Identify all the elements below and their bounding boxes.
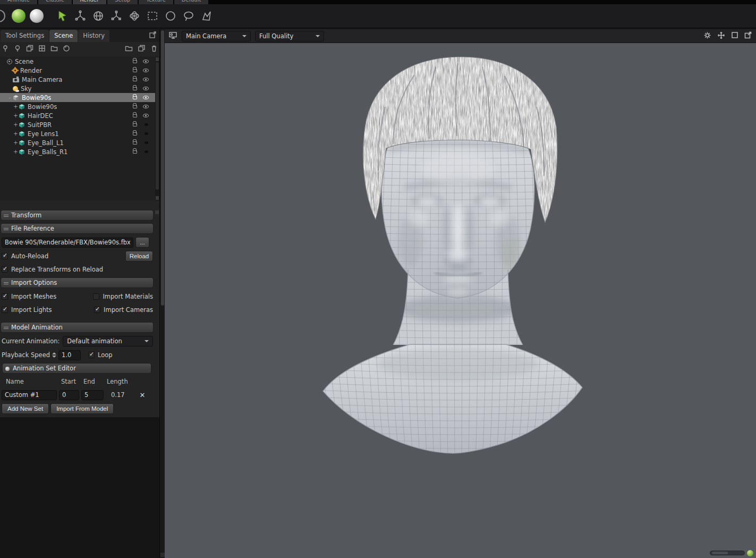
layout-tab[interactable]: Setup [107,0,138,4]
tree-item-bowie90s-selected[interactable]: - Bowie90s [0,93,155,102]
reload-button[interactable]: Reload [125,251,153,261]
expander[interactable]: - [7,95,13,100]
tree-item-eye-balls-r1[interactable]: + Eye_Balls_R1 [0,147,155,156]
tree-item-main-camera[interactable]: Main Camera [0,75,155,84]
tab-history[interactable]: History [78,30,109,42]
import-from-model-button[interactable]: Import From Model [50,403,114,414]
popout-icon[interactable] [744,31,752,40]
maximize-icon[interactable] [731,31,738,40]
duplicate-icon[interactable] [138,45,146,54]
new-folder-icon[interactable] [125,45,133,54]
tab-scene[interactable]: Scene [49,30,78,42]
set-start-input[interactable] [59,390,79,400]
cloth-icon[interactable] [38,45,46,54]
camera-dropdown[interactable]: Main Camera [182,31,251,41]
hidden-dot-icon[interactable] [145,123,148,126]
auto-reload-checkbox[interactable] [2,253,8,259]
layers-icon[interactable] [26,45,33,54]
viewport-corner-green-dot[interactable] [747,550,753,556]
lock-icon[interactable] [133,123,137,126]
section-import-options[interactable]: Import Options [1,277,154,288]
lasso-select-icon[interactable] [180,6,198,26]
tree-item-suitpbr[interactable]: + SuitPBR [0,120,155,129]
layout-tab[interactable]: Default [174,0,209,4]
tree-item-bowie90s-mesh[interactable]: + Bowie90s [0,102,155,111]
expander[interactable]: + [13,113,19,119]
eye-icon[interactable] [143,60,149,63]
set-end-input[interactable] [81,390,104,400]
expander[interactable]: + [13,104,19,109]
pin-icon[interactable] [2,45,9,54]
hidden-dot-icon[interactable] [145,150,148,153]
viewport-zoom-scrollbar[interactable] [710,551,745,555]
section-file-reference[interactable]: File Reference [1,223,154,234]
eye-icon[interactable] [143,114,149,117]
lock-icon[interactable] [133,114,137,117]
section-animation-set-editor[interactable]: Animation Set Editor [2,363,151,374]
tree-item-scene[interactable]: Scene [0,57,155,66]
polyline-select-icon[interactable] [198,6,216,26]
tree-item-hairdec[interactable]: + HairDEC [0,111,155,120]
lock-icon[interactable] [133,141,137,145]
tab-tool-settings[interactable]: Tool Settings [1,30,49,42]
import-meshes-checkbox[interactable] [2,293,8,300]
bulb-icon[interactable] [14,45,21,54]
tree-item-render[interactable]: Render [0,66,155,75]
tree-scrollbar[interactable] [155,57,159,200]
panel-splitter[interactable] [159,29,165,558]
gyro-tool-icon[interactable] [125,6,143,26]
lock-icon[interactable] [133,69,137,72]
loop-checkbox[interactable] [88,352,95,358]
expander[interactable]: + [13,140,19,146]
import-materials-checkbox[interactable] [93,293,99,300]
section-detach-handle[interactable] [155,210,159,214]
green-sphere-icon[interactable] [12,9,26,23]
expander[interactable]: + [13,131,19,137]
eye-icon[interactable] [143,69,149,72]
shader-ball-icon[interactable] [63,45,70,54]
playback-speed-input[interactable] [58,350,81,360]
quality-dropdown[interactable]: Full Quality [255,31,324,41]
replace-transforms-checkbox[interactable] [2,266,8,273]
splitter-handle[interactable] [161,30,164,306]
lock-icon[interactable] [133,78,137,81]
lock-icon[interactable] [133,60,137,63]
layout-tab[interactable]: Texture [139,0,173,4]
add-new-set-button[interactable]: Add New Set [2,403,49,414]
pan-icon[interactable] [717,31,725,41]
trash-icon[interactable] [150,45,158,54]
eye-icon[interactable] [143,105,149,108]
layout-tab[interactable]: Classic [38,0,72,4]
expander[interactable]: + [13,122,19,128]
eye-icon[interactable] [143,78,149,81]
lock-icon[interactable] [133,87,137,90]
rotate-tool-icon[interactable] [89,6,107,26]
playback-speed-stepper[interactable] [52,352,56,358]
import-cameras-checkbox[interactable] [94,307,100,313]
current-animation-dropdown[interactable]: Default animation [63,336,153,346]
panel-popout-icon[interactable] [149,31,156,40]
layout-tab[interactable]: Animate [0,0,37,4]
gear-icon[interactable] [703,31,711,41]
section-transform[interactable]: Transform [1,210,154,221]
rect-select-icon[interactable] [143,6,162,26]
viewport-type-icon[interactable] [169,31,177,40]
scale-tool-icon[interactable] [107,6,125,26]
hidden-dot-icon[interactable] [145,141,148,144]
lock-icon[interactable] [133,96,137,99]
eye-icon[interactable] [143,96,149,99]
move-tool-icon[interactable] [71,6,89,26]
lock-icon[interactable] [133,150,137,154]
eye-icon[interactable] [143,87,149,90]
viewport-canvas[interactable] [165,43,756,558]
hidden-dot-icon[interactable] [145,132,148,135]
lock-icon[interactable] [133,132,137,136]
ellipse-select-icon[interactable] [162,6,180,26]
tree-item-eye-lens1[interactable]: + Eye Lens1 [0,129,155,138]
import-lights-checkbox[interactable] [2,307,8,313]
layout-tab[interactable]: Render [73,0,107,4]
expander[interactable]: + [13,149,19,155]
browse-button[interactable]: ... [135,237,149,248]
file-path-input[interactable] [2,238,133,248]
folder-small-icon[interactable] [50,45,58,54]
